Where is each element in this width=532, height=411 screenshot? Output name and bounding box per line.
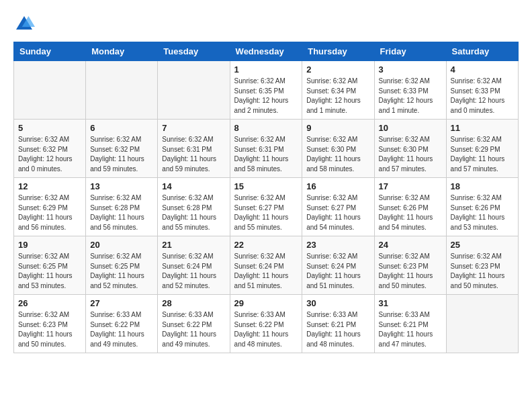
day-info: Sunrise: 6:32 AM Sunset: 6:28 PM Dayligh…: [162, 193, 225, 232]
day-info: Sunrise: 6:32 AM Sunset: 6:23 PM Dayligh…: [18, 310, 81, 349]
day-number: 7: [162, 123, 225, 133]
calendar-week-row: 26Sunrise: 6:32 AM Sunset: 6:23 PM Dayli…: [14, 295, 519, 353]
calendar-cell: 6Sunrise: 6:32 AM Sunset: 6:32 PM Daylig…: [86, 120, 158, 178]
calendar-week-row: 5Sunrise: 6:32 AM Sunset: 6:32 PM Daylig…: [14, 120, 519, 178]
weekday-header-tuesday: Tuesday: [158, 42, 230, 61]
weekday-header-thursday: Thursday: [302, 42, 374, 61]
day-number: 17: [379, 181, 442, 191]
day-number: 16: [306, 181, 369, 191]
weekday-header-wednesday: Wednesday: [230, 42, 302, 61]
day-number: 1: [234, 64, 298, 75]
day-number: 5: [18, 123, 81, 133]
day-info: Sunrise: 6:32 AM Sunset: 6:26 PM Dayligh…: [451, 193, 514, 232]
calendar-cell: 3Sunrise: 6:32 AM Sunset: 6:33 PM Daylig…: [374, 61, 446, 120]
day-number: 23: [306, 240, 369, 250]
calendar-cell: 1Sunrise: 6:32 AM Sunset: 6:35 PM Daylig…: [230, 61, 302, 120]
day-info: Sunrise: 6:32 AM Sunset: 6:25 PM Dayligh…: [18, 252, 81, 291]
day-info: Sunrise: 6:32 AM Sunset: 6:25 PM Dayligh…: [90, 252, 153, 291]
day-number: 27: [90, 298, 153, 308]
day-info: Sunrise: 6:32 AM Sunset: 6:31 PM Dayligh…: [234, 135, 298, 174]
day-info: Sunrise: 6:32 AM Sunset: 6:33 PM Dayligh…: [451, 77, 514, 116]
calendar-cell: [158, 61, 230, 120]
day-info: Sunrise: 6:32 AM Sunset: 6:27 PM Dayligh…: [306, 193, 369, 232]
day-info: Sunrise: 6:32 AM Sunset: 6:31 PM Dayligh…: [162, 135, 225, 174]
calendar-cell: 9Sunrise: 6:32 AM Sunset: 6:30 PM Daylig…: [302, 120, 374, 178]
weekday-header-row: SundayMondayTuesdayWednesdayThursdayFrid…: [14, 42, 519, 61]
day-number: 18: [451, 181, 514, 191]
day-number: 20: [90, 240, 153, 250]
day-number: 31: [379, 298, 442, 308]
calendar-cell: 16Sunrise: 6:32 AM Sunset: 6:27 PM Dayli…: [302, 178, 374, 236]
calendar-cell: [446, 295, 518, 353]
day-info: Sunrise: 6:32 AM Sunset: 6:34 PM Dayligh…: [306, 77, 369, 116]
calendar-week-row: 19Sunrise: 6:32 AM Sunset: 6:25 PM Dayli…: [14, 236, 519, 295]
day-info: Sunrise: 6:32 AM Sunset: 6:29 PM Dayligh…: [451, 135, 514, 174]
day-info: Sunrise: 6:32 AM Sunset: 6:32 PM Dayligh…: [18, 135, 81, 174]
day-number: 25: [451, 240, 514, 250]
day-info: Sunrise: 6:33 AM Sunset: 6:22 PM Dayligh…: [162, 310, 225, 349]
day-info: Sunrise: 6:32 AM Sunset: 6:23 PM Dayligh…: [379, 252, 442, 291]
calendar-cell: 27Sunrise: 6:33 AM Sunset: 6:22 PM Dayli…: [86, 295, 158, 353]
calendar-cell: 23Sunrise: 6:32 AM Sunset: 6:24 PM Dayli…: [302, 236, 374, 295]
day-info: Sunrise: 6:32 AM Sunset: 6:26 PM Dayligh…: [379, 193, 442, 232]
calendar-week-row: 12Sunrise: 6:32 AM Sunset: 6:29 PM Dayli…: [14, 178, 519, 236]
day-number: 29: [234, 298, 298, 308]
weekday-header-saturday: Saturday: [446, 42, 518, 61]
day-number: 30: [306, 298, 369, 308]
day-number: 12: [18, 181, 81, 191]
day-number: 13: [90, 181, 153, 191]
day-number: 26: [18, 298, 81, 308]
day-number: 24: [379, 240, 442, 250]
calendar-cell: 17Sunrise: 6:32 AM Sunset: 6:26 PM Dayli…: [374, 178, 446, 236]
day-number: 22: [234, 240, 298, 250]
day-info: Sunrise: 6:32 AM Sunset: 6:30 PM Dayligh…: [379, 135, 442, 174]
day-info: Sunrise: 6:33 AM Sunset: 6:22 PM Dayligh…: [234, 310, 298, 349]
calendar-cell: 31Sunrise: 6:33 AM Sunset: 6:21 PM Dayli…: [374, 295, 446, 353]
day-number: 4: [451, 64, 514, 75]
day-info: Sunrise: 6:32 AM Sunset: 6:24 PM Dayligh…: [306, 252, 369, 291]
day-number: 2: [306, 64, 369, 75]
day-info: Sunrise: 6:33 AM Sunset: 6:21 PM Dayligh…: [306, 310, 369, 349]
day-info: Sunrise: 6:32 AM Sunset: 6:24 PM Dayligh…: [234, 252, 298, 291]
calendar-cell: 10Sunrise: 6:32 AM Sunset: 6:30 PM Dayli…: [374, 120, 446, 178]
calendar-cell: 30Sunrise: 6:33 AM Sunset: 6:21 PM Dayli…: [302, 295, 374, 353]
day-number: 14: [162, 181, 225, 191]
day-number: 15: [234, 181, 298, 191]
calendar-table: SundayMondayTuesdayWednesdayThursdayFrid…: [13, 42, 519, 353]
day-info: Sunrise: 6:32 AM Sunset: 6:32 PM Dayligh…: [90, 135, 153, 174]
calendar-cell: 29Sunrise: 6:33 AM Sunset: 6:22 PM Dayli…: [230, 295, 302, 353]
calendar-cell: 4Sunrise: 6:32 AM Sunset: 6:33 PM Daylig…: [446, 61, 518, 120]
day-info: Sunrise: 6:32 AM Sunset: 6:24 PM Dayligh…: [162, 252, 225, 291]
logo-icon: [13, 13, 35, 35]
weekday-header-sunday: Sunday: [14, 42, 86, 61]
day-number: 8: [234, 123, 298, 133]
day-info: Sunrise: 6:32 AM Sunset: 6:28 PM Dayligh…: [90, 193, 153, 232]
day-info: Sunrise: 6:32 AM Sunset: 6:27 PM Dayligh…: [234, 193, 298, 232]
calendar-cell: 18Sunrise: 6:32 AM Sunset: 6:26 PM Dayli…: [446, 178, 518, 236]
calendar-cell: 25Sunrise: 6:32 AM Sunset: 6:23 PM Dayli…: [446, 236, 518, 295]
weekday-header-monday: Monday: [86, 42, 158, 61]
calendar-week-row: 1Sunrise: 6:32 AM Sunset: 6:35 PM Daylig…: [14, 61, 519, 120]
calendar-cell: 26Sunrise: 6:32 AM Sunset: 6:23 PM Dayli…: [14, 295, 86, 353]
page-header: [13, 13, 519, 35]
day-number: 28: [162, 298, 225, 308]
calendar-cell: [14, 61, 86, 120]
day-number: 9: [306, 123, 369, 133]
calendar-cell: 12Sunrise: 6:32 AM Sunset: 6:29 PM Dayli…: [14, 178, 86, 236]
day-number: 19: [18, 240, 81, 250]
calendar-cell: 14Sunrise: 6:32 AM Sunset: 6:28 PM Dayli…: [158, 178, 230, 236]
calendar-cell: 8Sunrise: 6:32 AM Sunset: 6:31 PM Daylig…: [230, 120, 302, 178]
calendar-cell: 21Sunrise: 6:32 AM Sunset: 6:24 PM Dayli…: [158, 236, 230, 295]
day-info: Sunrise: 6:33 AM Sunset: 6:21 PM Dayligh…: [379, 310, 442, 349]
calendar-cell: 19Sunrise: 6:32 AM Sunset: 6:25 PM Dayli…: [14, 236, 86, 295]
day-number: 11: [451, 123, 514, 133]
calendar-cell: 20Sunrise: 6:32 AM Sunset: 6:25 PM Dayli…: [86, 236, 158, 295]
calendar-cell: 7Sunrise: 6:32 AM Sunset: 6:31 PM Daylig…: [158, 120, 230, 178]
calendar-cell: 13Sunrise: 6:32 AM Sunset: 6:28 PM Dayli…: [86, 178, 158, 236]
calendar-cell: 28Sunrise: 6:33 AM Sunset: 6:22 PM Dayli…: [158, 295, 230, 353]
day-info: Sunrise: 6:33 AM Sunset: 6:22 PM Dayligh…: [90, 310, 153, 349]
calendar-cell: 24Sunrise: 6:32 AM Sunset: 6:23 PM Dayli…: [374, 236, 446, 295]
calendar-cell: 22Sunrise: 6:32 AM Sunset: 6:24 PM Dayli…: [230, 236, 302, 295]
calendar-cell: 5Sunrise: 6:32 AM Sunset: 6:32 PM Daylig…: [14, 120, 86, 178]
day-info: Sunrise: 6:32 AM Sunset: 6:23 PM Dayligh…: [451, 252, 514, 291]
